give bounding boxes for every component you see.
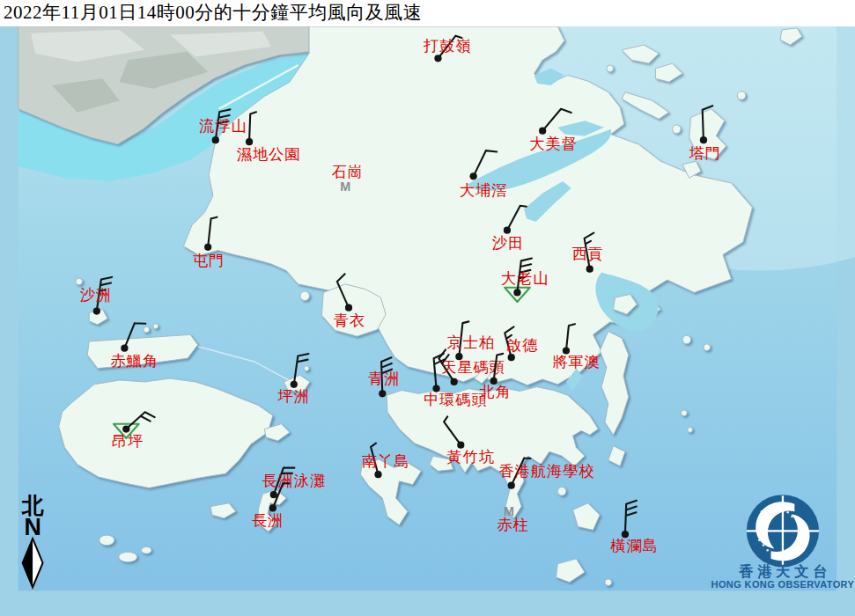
station-dot bbox=[379, 390, 386, 397]
station-label: 打鼓嶺 bbox=[424, 38, 472, 55]
station-label: 昂坪 bbox=[112, 433, 144, 450]
station-dot bbox=[122, 425, 129, 432]
station-dot bbox=[93, 307, 100, 314]
sai-kung-island bbox=[682, 335, 691, 344]
station-label: 屯門 bbox=[193, 253, 225, 269]
station-dot bbox=[451, 378, 458, 385]
station-label: 濕地公園 bbox=[237, 146, 301, 163]
soko-island bbox=[119, 552, 137, 561]
port-island bbox=[737, 92, 746, 100]
sai-kung-island bbox=[688, 428, 693, 433]
sai-kung-island bbox=[682, 410, 688, 416]
station-dot bbox=[345, 304, 352, 312]
station-dot bbox=[121, 345, 128, 352]
station-dot bbox=[291, 381, 298, 388]
station-label: 西貢 bbox=[572, 246, 604, 262]
soko-island bbox=[100, 535, 114, 545]
brothers-island bbox=[153, 324, 158, 329]
station-dot bbox=[374, 471, 381, 478]
station-dot bbox=[269, 504, 276, 511]
station-dot bbox=[270, 491, 277, 498]
hko-name-english: HONG KONG OBSERVATORY bbox=[711, 579, 855, 590]
wind-map-screen: 2022年11月01日14時00分的十分鐘平均風向及風速 bbox=[0, 0, 855, 616]
hong-kong-wind-map: 打鼓嶺流浮山濕地公園大美督塔門M石崗大埔滘沙田屯門西貢沙洲大老山青衣赤鱲角京士柏… bbox=[0, 26, 855, 616]
po-toi-island bbox=[605, 579, 612, 586]
station-label: 黃竹坑 bbox=[447, 449, 496, 466]
ma-wan-island bbox=[300, 291, 310, 301]
station-label: 塔門 bbox=[689, 145, 721, 162]
lung-kwu-chau bbox=[76, 278, 83, 285]
map-title: 2022年11月01日14時00分的十分鐘平均風向及風速 bbox=[0, 0, 855, 26]
brothers-island bbox=[144, 326, 150, 333]
station-label: 石崗 bbox=[332, 164, 364, 180]
station-label: 橫瀾島 bbox=[610, 538, 659, 554]
station-dot bbox=[246, 138, 253, 145]
station-label: 赤柱 bbox=[497, 517, 528, 533]
station-label: 赤鱲角 bbox=[111, 353, 159, 370]
station-label: 京士柏 bbox=[447, 334, 496, 351]
small-island bbox=[304, 366, 309, 371]
station-dot bbox=[204, 244, 211, 251]
station-dot bbox=[586, 266, 593, 273]
station-label: 啟德 bbox=[506, 337, 538, 354]
station-dot bbox=[622, 531, 629, 538]
station-dot bbox=[470, 172, 477, 180]
hko-name-chinese: 香港天文台 bbox=[738, 563, 831, 580]
station-label: 大埔滘 bbox=[460, 182, 508, 199]
station-label: 沙田 bbox=[492, 235, 524, 252]
ne-island bbox=[607, 65, 614, 72]
soko-island bbox=[142, 547, 151, 554]
station-dot bbox=[434, 55, 441, 62]
small-island bbox=[673, 125, 682, 134]
station-label: 北角 bbox=[479, 384, 511, 400]
station-label: 長洲泳灘 bbox=[262, 473, 326, 489]
station-dot bbox=[504, 227, 511, 234]
station-label: 長洲 bbox=[252, 512, 284, 529]
station-label: 南丫島 bbox=[362, 453, 410, 470]
station-label: 中環碼頭 bbox=[424, 392, 488, 408]
station-label: 將軍澳 bbox=[552, 354, 601, 370]
station-dot bbox=[508, 354, 515, 361]
station-label: 香港航海學校 bbox=[498, 463, 594, 480]
po-toi-island bbox=[557, 488, 566, 496]
station-dot bbox=[539, 128, 546, 135]
station-dot bbox=[513, 289, 520, 296]
station-label: 流浮山 bbox=[199, 118, 247, 135]
station-label: 大老山 bbox=[501, 270, 549, 287]
station-dot bbox=[457, 442, 464, 449]
station-dot bbox=[700, 136, 707, 143]
station-label: 坪洲 bbox=[277, 388, 310, 405]
missing-data-marker: M bbox=[340, 180, 350, 194]
sai-kung-island bbox=[704, 344, 711, 351]
station-dot bbox=[508, 482, 515, 489]
station-label: 沙洲 bbox=[80, 287, 112, 304]
station-label: 大美督 bbox=[529, 136, 578, 152]
station-label: 青洲 bbox=[368, 370, 400, 387]
station-dot bbox=[212, 136, 219, 143]
station-label: 青衣 bbox=[334, 312, 365, 329]
